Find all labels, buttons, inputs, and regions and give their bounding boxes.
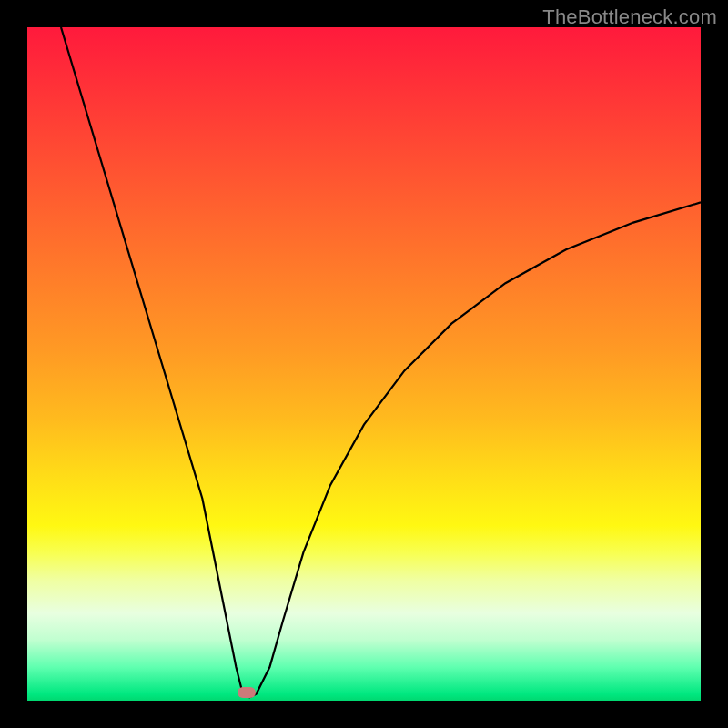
bottleneck-curve	[27, 27, 701, 701]
optimum-marker	[238, 687, 256, 698]
watermark-text: TheBottleneck.com	[542, 5, 717, 29]
plot-area	[27, 27, 701, 701]
